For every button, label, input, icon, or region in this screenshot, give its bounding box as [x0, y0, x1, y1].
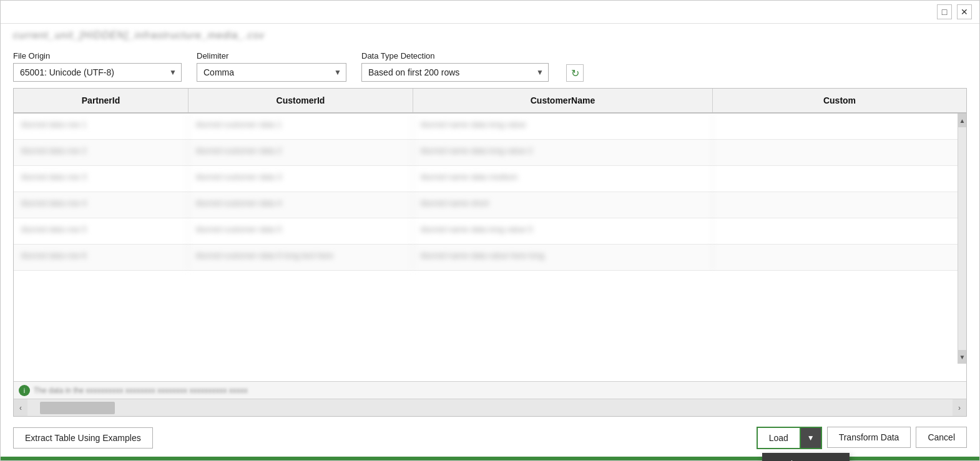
footer-row: Extract Table Using Examples Load ▼ Load…	[1, 417, 979, 457]
data-table-container: PartnerId CustomerId CustomerName Custom…	[13, 88, 967, 417]
load-dropdown-arrow-icon: ▼	[807, 434, 815, 442]
cell: blurred name short	[413, 192, 713, 218]
cell: blurred customer data 4	[189, 192, 413, 218]
data-type-select-wrapper: Based on first 200 rowsBased on entire d…	[361, 63, 549, 82]
file-origin-group: File Origin 65001: Unicode (UTF-8)1252: …	[13, 51, 182, 82]
table-row: blurred data row 3 blurred customer data…	[14, 166, 966, 192]
dropdown-item-load[interactable]: Load	[762, 453, 850, 461]
title-bar: □ ✕	[1, 1, 979, 24]
delimiter-label: Delimiter	[197, 51, 346, 61]
load-dropdown-button[interactable]: ▼	[801, 427, 822, 449]
cell: blurred name data value here long	[413, 245, 713, 270]
cell: blurred customer data 1	[189, 114, 413, 139]
col-header-customerid: CustomerId	[189, 89, 413, 112]
scroll-h-thumb	[40, 402, 115, 414]
cell: blurred name data long value	[413, 114, 713, 139]
cell: blurred customer data 2	[189, 140, 413, 165]
cell	[713, 218, 966, 244]
refresh-icon: ↻	[571, 67, 579, 79]
cell: blurred name data long value 2	[413, 140, 713, 165]
cell: blurred customer data 3	[189, 166, 413, 192]
table-row: blurred data row 1 blurred customer data…	[14, 114, 966, 140]
file-origin-label: File Origin	[13, 51, 182, 61]
status-bar: i The data in the xxxxxxxxxx xxxxxxxx xx…	[14, 381, 966, 399]
load-button[interactable]: Load	[757, 427, 801, 449]
scroll-left-button[interactable]: ‹	[14, 399, 27, 417]
cell: blurred name data medium	[413, 166, 713, 192]
cell: blurred customer data 5	[189, 218, 413, 244]
table-row: blurred data row 2 blurred customer data…	[14, 140, 966, 166]
table-row: blurred data row 4 blurred customer data…	[14, 192, 966, 218]
status-text: The data in the xxxxxxxxxx xxxxxxxx xxxx…	[34, 386, 248, 395]
controls-row: File Origin 65001: Unicode (UTF-8)1252: …	[1, 46, 979, 88]
transform-data-button[interactable]: Transform Data	[827, 427, 911, 448]
cell: blurred name data long value 5	[413, 218, 713, 244]
cell	[713, 166, 966, 192]
dialog-window: □ ✕ current_unit_[HIDDEN]_infrastructure…	[0, 0, 980, 461]
file-origin-select[interactable]: 65001: Unicode (UTF-8)1252: Western Euro…	[13, 63, 182, 82]
cancel-button[interactable]: Cancel	[916, 427, 967, 448]
status-icon: i	[19, 385, 30, 396]
cell	[713, 192, 966, 218]
horizontal-scrollbar: ‹ ›	[14, 399, 966, 416]
scroll-track	[958, 127, 966, 350]
cell	[713, 140, 966, 165]
cell: blurred data row 3	[14, 166, 189, 192]
col-header-custom: Custom	[713, 89, 966, 112]
vertical-scrollbar: ▲ ▼	[958, 114, 966, 364]
delimiter-group: Delimiter CommaTabSemicolonSpaceCustom ▼	[197, 51, 346, 82]
delimiter-select-wrapper: CommaTabSemicolonSpaceCustom ▼	[197, 63, 346, 82]
file-path-text: current_unit_[HIDDEN]_infrastructure_med…	[13, 30, 265, 41]
cell: blurred data row 1	[14, 114, 189, 139]
data-type-label: Data Type Detection	[361, 51, 549, 61]
scroll-up-button[interactable]: ▲	[958, 114, 967, 127]
cell: blurred data row 6	[14, 245, 189, 270]
cell	[713, 245, 966, 270]
cell: blurred data row 2	[14, 140, 189, 165]
table-header: PartnerId CustomerId CustomerName Custom	[14, 89, 966, 114]
data-type-select[interactable]: Based on first 200 rowsBased on entire d…	[361, 63, 549, 82]
close-button[interactable]: ✕	[957, 4, 972, 19]
load-split-button: Load ▼	[757, 427, 822, 449]
extract-table-button[interactable]: Extract Table Using Examples	[13, 427, 153, 449]
title-bar-controls: □ ✕	[937, 4, 972, 19]
refresh-button[interactable]: ↻	[566, 64, 584, 82]
scroll-right-button[interactable]: ›	[953, 399, 966, 417]
cell: blurred data row 5	[14, 218, 189, 244]
file-origin-select-wrapper: 65001: Unicode (UTF-8)1252: Western Euro…	[13, 63, 182, 82]
col-header-partnerid: PartnerId	[14, 89, 189, 112]
cell: blurred data row 4	[14, 192, 189, 218]
cell	[713, 114, 966, 139]
load-dropdown-menu: Load Load To...	[762, 453, 850, 461]
cell: blurred customer data 6 long text here	[189, 245, 413, 270]
scroll-h-track	[27, 399, 953, 416]
scroll-down-button[interactable]: ▼	[958, 350, 967, 364]
table-body: blurred data row 1 blurred customer data…	[14, 114, 966, 381]
minimize-button[interactable]: □	[937, 4, 952, 19]
col-header-customername: CustomerName	[413, 89, 713, 112]
table-row: blurred data row 6 blurred customer data…	[14, 245, 966, 271]
data-type-group: Data Type Detection Based on first 200 r…	[361, 51, 549, 82]
table-row: blurred data row 5 blurred customer data…	[14, 218, 966, 245]
delimiter-select[interactable]: CommaTabSemicolonSpaceCustom	[197, 63, 346, 82]
file-path-bar: current_unit_[HIDDEN]_infrastructure_med…	[1, 24, 979, 46]
right-buttons-group: Load ▼ Load Load To... Transform Data Ca…	[757, 427, 967, 449]
